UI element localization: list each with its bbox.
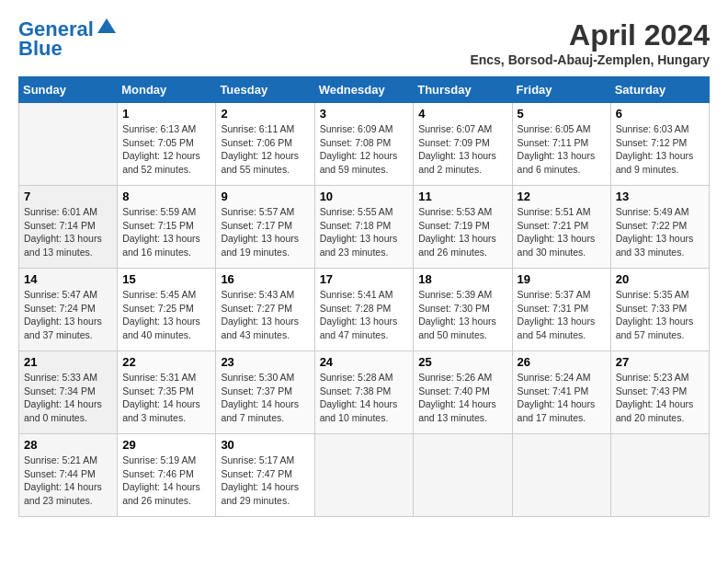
day-number: 22 <box>122 355 210 369</box>
day-number: 3 <box>320 107 409 121</box>
calendar-cell: 1Sunrise: 6:13 AM Sunset: 7:05 PM Daylig… <box>118 103 216 186</box>
location-title: Encs, Borsod-Abauj-Zemplen, Hungary <box>470 52 710 67</box>
day-info: Sunrise: 5:55 AM Sunset: 7:18 PM Dayligh… <box>320 205 409 259</box>
weekday-header-row: SundayMondayTuesdayWednesdayThursdayFrid… <box>19 77 710 103</box>
week-row-1: 1Sunrise: 6:13 AM Sunset: 7:05 PM Daylig… <box>19 103 710 186</box>
calendar-cell: 17Sunrise: 5:41 AM Sunset: 7:28 PM Dayli… <box>314 269 414 351</box>
calendar-cell: 15Sunrise: 5:45 AM Sunset: 7:25 PM Dayli… <box>118 269 216 351</box>
calendar-cell: 8Sunrise: 5:59 AM Sunset: 7:15 PM Daylig… <box>118 186 216 269</box>
week-row-4: 21Sunrise: 5:33 AM Sunset: 7:34 PM Dayli… <box>19 351 710 434</box>
day-number: 21 <box>24 355 112 369</box>
calendar-cell <box>512 434 610 517</box>
day-number: 7 <box>24 190 112 203</box>
calendar-cell: 9Sunrise: 5:57 AM Sunset: 7:17 PM Daylig… <box>216 186 314 269</box>
day-number: 25 <box>418 355 506 369</box>
day-number: 11 <box>418 190 506 203</box>
day-number: 16 <box>221 272 309 286</box>
day-info: Sunrise: 5:41 AM Sunset: 7:28 PM Dayligh… <box>320 288 409 342</box>
day-number: 13 <box>616 190 704 203</box>
calendar-cell: 24Sunrise: 5:28 AM Sunset: 7:38 PM Dayli… <box>314 351 414 434</box>
calendar-cell: 18Sunrise: 5:39 AM Sunset: 7:30 PM Dayli… <box>414 269 512 351</box>
calendar-cell <box>610 434 709 517</box>
day-info: Sunrise: 5:26 AM Sunset: 7:40 PM Dayligh… <box>418 371 506 425</box>
calendar-cell: 22Sunrise: 5:31 AM Sunset: 7:35 PM Dayli… <box>118 351 216 434</box>
svg-marker-0 <box>97 18 116 33</box>
calendar-cell: 6Sunrise: 6:03 AM Sunset: 7:12 PM Daylig… <box>610 103 709 186</box>
weekday-header-tuesday: Tuesday <box>216 77 314 103</box>
calendar-cell <box>414 434 512 517</box>
logo: General Blue <box>18 18 118 61</box>
calendar-cell: 29Sunrise: 5:19 AM Sunset: 7:46 PM Dayli… <box>118 434 216 517</box>
calendar-cell: 10Sunrise: 5:55 AM Sunset: 7:18 PM Dayli… <box>314 186 414 269</box>
calendar-cell: 21Sunrise: 5:33 AM Sunset: 7:34 PM Dayli… <box>19 351 118 434</box>
day-number: 18 <box>418 272 506 286</box>
day-info: Sunrise: 6:03 AM Sunset: 7:12 PM Dayligh… <box>616 122 704 177</box>
day-number: 30 <box>221 438 309 452</box>
day-number: 14 <box>24 272 112 286</box>
day-number: 1 <box>122 107 210 121</box>
week-row-2: 7Sunrise: 6:01 AM Sunset: 7:14 PM Daylig… <box>19 186 710 269</box>
calendar-cell: 7Sunrise: 6:01 AM Sunset: 7:14 PM Daylig… <box>19 186 118 269</box>
day-info: Sunrise: 5:23 AM Sunset: 7:43 PM Dayligh… <box>616 371 704 425</box>
day-info: Sunrise: 5:57 AM Sunset: 7:17 PM Dayligh… <box>221 205 309 259</box>
day-info: Sunrise: 6:09 AM Sunset: 7:08 PM Dayligh… <box>320 122 409 177</box>
calendar-cell: 27Sunrise: 5:23 AM Sunset: 7:43 PM Dayli… <box>610 351 709 434</box>
calendar-cell: 11Sunrise: 5:53 AM Sunset: 7:19 PM Dayli… <box>414 186 512 269</box>
day-info: Sunrise: 5:19 AM Sunset: 7:46 PM Dayligh… <box>122 454 210 508</box>
weekday-header-wednesday: Wednesday <box>314 77 414 103</box>
day-number: 28 <box>24 438 112 452</box>
day-info: Sunrise: 5:39 AM Sunset: 7:30 PM Dayligh… <box>418 288 506 342</box>
day-number: 20 <box>616 272 704 286</box>
day-number: 26 <box>518 355 606 369</box>
calendar-cell: 20Sunrise: 5:35 AM Sunset: 7:33 PM Dayli… <box>610 269 709 351</box>
day-number: 9 <box>221 190 309 203</box>
calendar-cell: 25Sunrise: 5:26 AM Sunset: 7:40 PM Dayli… <box>414 351 512 434</box>
day-info: Sunrise: 5:51 AM Sunset: 7:21 PM Dayligh… <box>518 205 606 259</box>
weekday-header-sunday: Sunday <box>19 77 118 103</box>
calendar-cell: 23Sunrise: 5:30 AM Sunset: 7:37 PM Dayli… <box>216 351 314 434</box>
day-number: 27 <box>616 355 704 369</box>
calendar-cell: 5Sunrise: 6:05 AM Sunset: 7:11 PM Daylig… <box>512 103 610 186</box>
weekday-header-saturday: Saturday <box>610 77 709 103</box>
calendar-cell: 3Sunrise: 6:09 AM Sunset: 7:08 PM Daylig… <box>314 103 414 186</box>
day-info: Sunrise: 6:13 AM Sunset: 7:05 PM Dayligh… <box>122 122 210 177</box>
weekday-header-friday: Friday <box>512 77 610 103</box>
day-number: 4 <box>418 107 506 121</box>
day-number: 2 <box>221 107 309 121</box>
week-row-3: 14Sunrise: 5:47 AM Sunset: 7:24 PM Dayli… <box>19 269 710 351</box>
day-info: Sunrise: 5:47 AM Sunset: 7:24 PM Dayligh… <box>24 288 112 342</box>
day-info: Sunrise: 5:53 AM Sunset: 7:19 PM Dayligh… <box>418 205 506 259</box>
week-row-5: 28Sunrise: 5:21 AM Sunset: 7:44 PM Dayli… <box>19 434 710 517</box>
day-number: 19 <box>518 272 606 286</box>
calendar-cell: 16Sunrise: 5:43 AM Sunset: 7:27 PM Dayli… <box>216 269 314 351</box>
day-number: 15 <box>122 272 210 286</box>
day-number: 24 <box>320 355 409 369</box>
calendar-cell <box>19 103 118 186</box>
calendar-cell: 19Sunrise: 5:37 AM Sunset: 7:31 PM Dayli… <box>512 269 610 351</box>
calendar-cell: 26Sunrise: 5:24 AM Sunset: 7:41 PM Dayli… <box>512 351 610 434</box>
logo-icon <box>96 17 118 39</box>
month-title: April 2024 <box>470 18 710 52</box>
day-number: 12 <box>518 190 606 203</box>
day-number: 5 <box>518 107 606 121</box>
day-info: Sunrise: 5:59 AM Sunset: 7:15 PM Dayligh… <box>122 205 210 259</box>
day-number: 29 <box>122 438 210 452</box>
day-number: 10 <box>320 190 409 203</box>
day-number: 17 <box>320 272 409 286</box>
weekday-header-thursday: Thursday <box>414 77 512 103</box>
day-info: Sunrise: 5:31 AM Sunset: 7:35 PM Dayligh… <box>122 371 210 425</box>
calendar-cell <box>314 434 414 517</box>
day-number: 8 <box>122 190 210 203</box>
day-info: Sunrise: 5:33 AM Sunset: 7:34 PM Dayligh… <box>24 371 112 425</box>
calendar-table: SundayMondayTuesdayWednesdayThursdayFrid… <box>18 76 710 517</box>
day-info: Sunrise: 6:01 AM Sunset: 7:14 PM Dayligh… <box>24 205 112 259</box>
calendar-cell: 14Sunrise: 5:47 AM Sunset: 7:24 PM Dayli… <box>19 269 118 351</box>
day-info: Sunrise: 6:07 AM Sunset: 7:09 PM Dayligh… <box>418 122 506 177</box>
day-number: 6 <box>616 107 704 121</box>
page-header: General Blue April 2024 Encs, Borsod-Aba… <box>18 18 710 67</box>
day-info: Sunrise: 5:43 AM Sunset: 7:27 PM Dayligh… <box>221 288 309 342</box>
title-block: April 2024 Encs, Borsod-Abauj-Zemplen, H… <box>470 18 710 67</box>
day-number: 23 <box>221 355 309 369</box>
day-info: Sunrise: 5:35 AM Sunset: 7:33 PM Dayligh… <box>616 288 704 342</box>
calendar-cell: 30Sunrise: 5:17 AM Sunset: 7:47 PM Dayli… <box>216 434 314 517</box>
